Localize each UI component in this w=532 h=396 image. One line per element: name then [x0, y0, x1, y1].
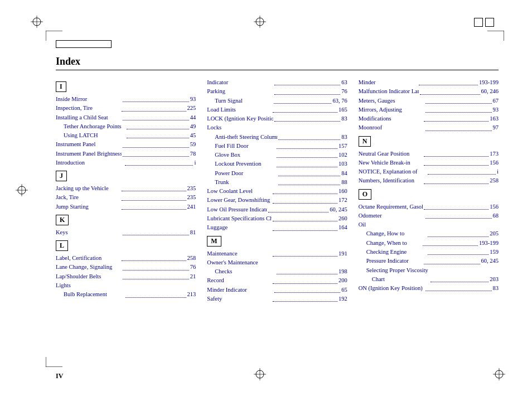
section-M-cont-entries: Minder 193-199 Malfunction Indicator Lam… — [359, 78, 499, 133]
entry-safety: Safety 192 — [207, 294, 347, 303]
entry-lower-gear: Lower Gear, Downshifting to a... 172 — [207, 196, 347, 205]
section-K-entries: Keys 81 — [56, 228, 196, 237]
entry-glove-box: Glove Box 102 — [207, 151, 347, 160]
entry-inside-mirror: Inside Mirror 93 — [56, 95, 196, 104]
content-area: Index I Inside Mirror 93 Inspection, Tir… — [56, 56, 499, 363]
entry-jacking: Jacking up the Vehicle 235 — [56, 184, 196, 193]
section-header-M: M — [207, 236, 221, 247]
corner-marks-tr — [474, 18, 494, 27]
entry-turn-signal: Turn Signal 63, 76 — [207, 96, 347, 105]
section-header-N: N — [359, 136, 371, 147]
entry-malfunction-indicator: Malfunction Indicator Lamp .. 60, 246 — [359, 87, 499, 96]
entry-locks: Locks — [207, 123, 347, 132]
entry-bulb-replacement: Bulb Replacement 213 — [56, 290, 196, 299]
entry-inspection-tire: Inspection, Tire 225 — [56, 104, 196, 113]
entry-modifications: Modifications 163 — [359, 114, 499, 123]
entry-instrument-panel: Instrument Panel 59 — [56, 140, 196, 149]
entry-new-vehicle-break-in: New Vehicle Break-in 156 — [359, 158, 499, 167]
entry-indicator: Indicator 63 — [207, 78, 347, 87]
crosshair-bottom — [254, 368, 266, 381]
entry-lubricant-specs: Lubricant Specifications Chart 260 — [207, 214, 347, 223]
entry-instrument-panel-brightness: Instrument Panel Brightness 78 — [56, 149, 196, 158]
entry-load-limits: Load Limits 165 — [207, 105, 347, 114]
entry-jack-tire: Jack, Tire 235 — [56, 193, 196, 202]
columns-container: I Inside Mirror 93 Inspection, Tire 225 … — [56, 78, 499, 303]
column-1: I Inside Mirror 93 Inspection, Tire 225 … — [56, 78, 196, 303]
reg-mark-br — [493, 368, 505, 381]
section-J-entries: Jacking up the Vehicle 235 Jack, Tire 23… — [56, 184, 196, 211]
entry-lane-change: Lane Change, Signaling 76 — [56, 263, 196, 272]
crosshair-top — [254, 16, 266, 29]
entry-antitheft: Anti-theft Steering Column 83 — [207, 133, 347, 142]
entry-installing-child-seat: Installing a Child Seat 44 — [56, 113, 196, 122]
entry-fuel-fill-door: Fuel Fill Door 157 — [207, 142, 347, 151]
entry-low-coolant: Low Coolant Level 160 — [207, 187, 347, 196]
entry-oil-viscosity: Selecting Proper Viscosity — [359, 266, 499, 275]
entry-mirrors-adjusting: Mirrors, Adjusting 93 — [359, 105, 499, 114]
section-O-entries: Octane Requirement, Gasoline... 156 Odom… — [359, 202, 499, 293]
entry-using-latch: Using LATCH 45 — [56, 131, 196, 140]
reg-mark-tl — [31, 16, 43, 29]
entry-lap-shoulder-belts: Lap/Shoulder Belts 21 — [56, 272, 196, 281]
section-cont-entries: Indicator 63 Parking 76 Turn Signal 63, … — [207, 78, 347, 233]
section-L-entries: Label, Certification 258 Lane Change, Si… — [56, 254, 196, 299]
section-header-I: I — [56, 81, 66, 92]
entry-checks: Checks 198 — [207, 267, 347, 276]
section-I-entries: Inside Mirror 93 Inspection, Tire 225 In… — [56, 95, 196, 167]
section-M-entries: Maintenance 191 Owner's Maintenance Chec… — [207, 249, 347, 304]
section-N-entries: Neutral Gear Position 173 New Vehicle Br… — [359, 149, 499, 186]
entry-maintenance: Maintenance 191 — [207, 249, 347, 258]
entry-oil-checking-engine: Checking Engine 159 — [359, 248, 499, 257]
section-header-L: L — [56, 240, 68, 251]
entry-lock-ignition: LOCK (Ignition Key Position) 83 — [207, 114, 347, 123]
entry-power-door: Power Door 84 — [207, 169, 347, 178]
entry-oil-change-how: Change, How to 205 — [359, 229, 499, 238]
entry-jump-starting: Jump Starting 241 — [56, 202, 196, 211]
entry-lights: Lights — [56, 281, 196, 290]
entry-trunk: Trunk 88 — [207, 178, 347, 187]
entry-odometer: Odometer 68 — [359, 211, 499, 220]
entry-meters-gauges: Meters, Gauges 67 — [359, 96, 499, 105]
entry-moonroof: Moonroof 97 — [359, 123, 499, 132]
section-label-box — [56, 40, 112, 48]
entry-lockout-prevention: Lockout Prevention 103 — [207, 160, 347, 168]
entry-introduction: Introduction i — [56, 158, 196, 167]
entry-neutral-gear: Neutral Gear Position 173 — [359, 149, 499, 158]
entry-numbers-identification: Numbers, Identification 258 — [359, 176, 499, 185]
entry-oil-chart: Chart 203 — [359, 275, 499, 284]
entry-oil-change-when: Change, When to 193-199 — [359, 239, 499, 248]
entry-octane: Octane Requirement, Gasoline... 156 — [359, 202, 499, 211]
entry-on-ignition: ON (Ignition Key Position) 83 — [359, 284, 499, 293]
entry-low-oil-pressure: Low Oil Pressure Indicator 60, 245 — [207, 205, 347, 214]
column-2: Indicator 63 Parking 76 Turn Signal 63, … — [207, 78, 347, 303]
corner-bracket-tr — [487, 31, 504, 42]
entry-oil: Oil — [359, 220, 499, 229]
entry-luggage: Luggage 164 — [207, 223, 347, 232]
entry-tether-anchorage: Tether Anchorage Points 49 — [56, 122, 196, 131]
entry-notice-explanation: NOTICE, Explanation of i — [359, 167, 499, 176]
entry-keys: Keys 81 — [56, 228, 196, 237]
entry-oil-pressure-indicator: Pressure Indicator 60, 245 — [359, 257, 499, 265]
section-header-K: K — [56, 215, 69, 225]
entry-label-certification: Label, Certification 258 — [56, 254, 196, 263]
entry-record: Record 200 — [207, 276, 347, 285]
entry-minder: Minder 193-199 — [359, 78, 499, 87]
entry-minder-indicator: Minder Indicator 65 — [207, 286, 347, 294]
page-number: IV — [56, 372, 63, 380]
section-header-J: J — [56, 171, 67, 181]
section-header-O: O — [359, 189, 371, 200]
entry-parking: Parking 76 — [207, 87, 347, 96]
column-3: Minder 193-199 Malfunction Indicator Lam… — [359, 78, 499, 303]
page: Index I Inside Mirror 93 Inspection, Tir… — [0, 0, 532, 396]
entry-owners-maintenance: Owner's Maintenance — [207, 258, 347, 267]
crosshair-left — [16, 184, 28, 197]
index-title: Index — [56, 56, 499, 70]
